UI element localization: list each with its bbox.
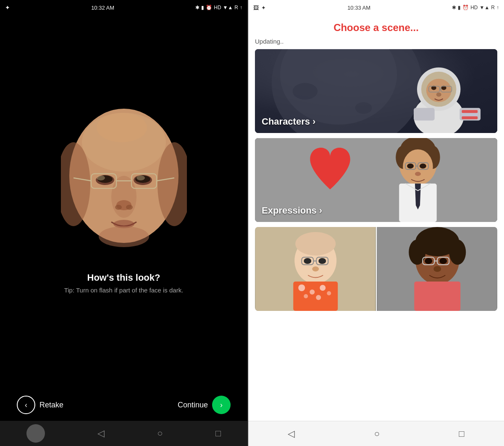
nav-home-right[interactable]: ○ xyxy=(374,428,380,439)
continue-circle: › xyxy=(212,396,231,414)
right-panel: 🖼 ✦ 10:33 AM ✱ ▮ ⏰ HD ▼▲ R ↑ Choose a sc… xyxy=(248,0,504,446)
characters-card[interactable]: Characters › xyxy=(255,49,497,133)
svg-rect-37 xyxy=(414,108,435,120)
expressions-arrow: › xyxy=(319,205,322,216)
retake-label: Retake xyxy=(39,401,63,409)
hd-label: HD xyxy=(214,5,221,10)
status-time-right: 10:33 AM xyxy=(347,5,370,11)
nav-bar-left: ◁ ○ □ xyxy=(0,421,247,446)
retake-circle: ‹ xyxy=(17,396,35,414)
bluetooth-icon: ✱ xyxy=(195,5,200,10)
svg-point-57 xyxy=(295,232,336,256)
status-time-left: 10:32 AM xyxy=(91,5,114,11)
svg-point-68 xyxy=(304,294,308,298)
svg-point-79 xyxy=(425,258,432,264)
svg-point-11 xyxy=(126,205,133,210)
svg-point-36 xyxy=(436,93,441,97)
expressions-text: Expressions xyxy=(262,205,317,216)
nav-back-right[interactable]: ◁ xyxy=(288,428,295,439)
svg-point-81 xyxy=(433,266,441,272)
svg-point-62 xyxy=(318,258,326,264)
continue-button[interactable]: Continue › xyxy=(178,396,231,414)
characters-label: Characters › xyxy=(262,116,315,127)
signal-icon-r: ▼▲ xyxy=(480,5,490,10)
how-look-text: How's this look? xyxy=(64,272,184,283)
signal-icon: ▼▲ xyxy=(223,5,233,10)
svg-point-65 xyxy=(298,284,305,291)
status-bar-right: 🖼 ✦ 10:33 AM ✱ ▮ ⏰ HD ▼▲ R ↑ xyxy=(248,0,504,15)
bottom-controls-left: ‹ Retake Continue › xyxy=(0,387,247,421)
nav-back-left[interactable]: ◁ xyxy=(97,428,105,439)
svg-point-80 xyxy=(439,258,447,264)
status-bar-left: ✦ 10:32 AM ✱ ▮ ⏰ HD ▼▲ R ↑ xyxy=(0,0,247,15)
retake-button[interactable]: ‹ Retake xyxy=(17,396,63,414)
nav-bar-right: ◁ ○ □ xyxy=(248,421,504,446)
characters-arrow: › xyxy=(312,116,315,127)
status-right-icons-right: ✱ ▮ ⏰ HD ▼▲ R ↑ xyxy=(452,5,499,10)
svg-point-20 xyxy=(99,226,149,247)
svg-point-61 xyxy=(304,258,311,264)
left-panel: ✦ 10:32 AM ✱ ▮ ⏰ HD ▼▲ R ↑ xyxy=(0,0,247,446)
upload-icon: ↑ xyxy=(240,5,242,10)
svg-point-69 xyxy=(316,295,321,300)
app-icon: ✦ xyxy=(261,5,266,11)
alarm-icon: ⏰ xyxy=(206,5,212,10)
person-right-card xyxy=(377,227,497,311)
svg-point-52 xyxy=(420,164,426,169)
expressions-card[interactable]: Expressions › xyxy=(255,138,497,222)
face-label-area: How's this look? Tip: Turn on flash if p… xyxy=(64,272,184,294)
svg-point-63 xyxy=(312,266,319,271)
svg-point-75 xyxy=(449,240,466,265)
continue-label: Continue xyxy=(178,401,208,409)
svg-point-66 xyxy=(310,290,315,295)
nav-home-left[interactable]: ○ xyxy=(157,428,163,439)
net-icon-r: R xyxy=(491,5,495,10)
characters-text: Characters xyxy=(262,116,310,127)
svg-rect-40 xyxy=(462,110,478,113)
svg-point-30 xyxy=(426,79,452,102)
face-area: How's this look? Tip: Turn on flash if p… xyxy=(0,15,247,387)
svg-rect-82 xyxy=(414,282,460,311)
svg-point-19 xyxy=(136,175,145,180)
nav-recent-right[interactable]: □ xyxy=(459,428,464,439)
choose-scene-header: Choose a scene... xyxy=(248,15,504,38)
svg-point-53 xyxy=(415,172,421,176)
svg-rect-41 xyxy=(462,116,478,119)
bt-icon: ✱ xyxy=(452,5,456,10)
scene-list: Characters › xyxy=(248,49,504,421)
tip-text: Tip: Turn on flash if part of the face i… xyxy=(64,287,184,294)
svg-point-4 xyxy=(111,176,136,218)
status-right-icons-left: ✱ ▮ ⏰ HD ▼▲ R ↑ xyxy=(195,5,242,10)
nav-recent-left[interactable]: □ xyxy=(215,428,221,439)
hd-label-r: HD xyxy=(470,5,478,10)
batt-icon: ▮ xyxy=(458,5,461,10)
updating-text: Updating.. xyxy=(248,38,504,49)
choose-scene-title: Choose a scene... xyxy=(248,22,504,34)
svg-point-18 xyxy=(97,175,105,180)
svg-point-70 xyxy=(327,291,331,295)
status-left-icons-right: 🖼 ✦ xyxy=(253,5,266,11)
up-icon-r: ↑ xyxy=(496,5,499,10)
3d-face xyxy=(61,100,187,260)
svg-point-21 xyxy=(97,113,147,142)
retake-chevron-icon: ‹ xyxy=(25,401,27,409)
people-card[interactable] xyxy=(255,227,497,311)
expressions-label: Expressions › xyxy=(262,205,322,216)
avatar xyxy=(26,424,45,443)
continue-chevron-icon: › xyxy=(220,401,223,409)
person-left-card xyxy=(255,227,376,311)
svg-point-51 xyxy=(407,164,414,169)
gallery-icon: 🖼 xyxy=(253,5,259,11)
svg-point-67 xyxy=(320,285,326,291)
svg-point-10 xyxy=(115,205,122,210)
battery-icon: ▮ xyxy=(201,5,204,10)
network-icon: R xyxy=(234,5,238,10)
status-icon-left: ✦ xyxy=(5,4,10,11)
alarm-icon-r: ⏰ xyxy=(462,5,469,10)
